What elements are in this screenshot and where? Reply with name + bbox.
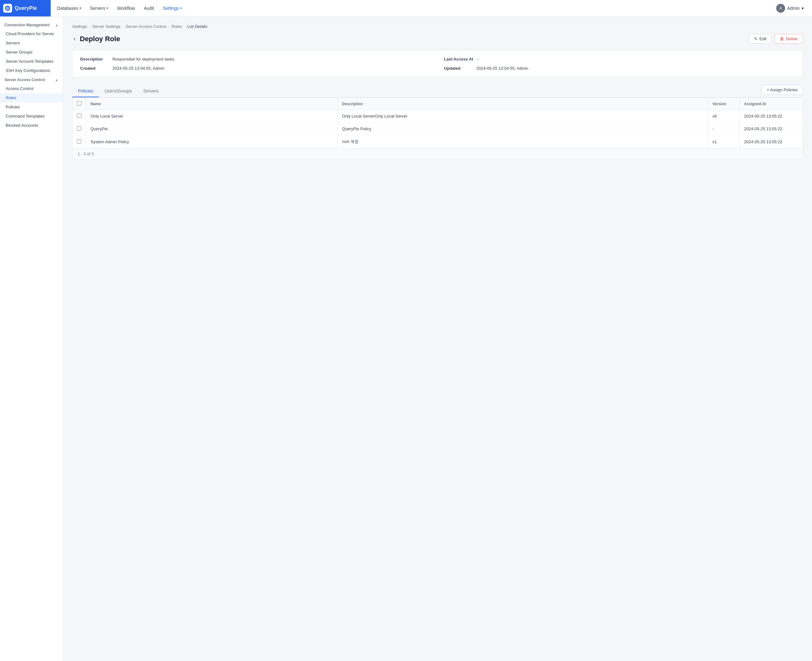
col-header-name: Name [86, 98, 338, 110]
row-version: - [708, 123, 739, 135]
description-row: Description Responsibel for deployment t… [80, 57, 431, 61]
col-header-version: Version [708, 98, 739, 110]
col-header-checkbox [73, 98, 86, 110]
tab-servers[interactable]: Servers [138, 85, 164, 97]
collapse-icon: ▲ [55, 23, 59, 27]
page-title: Deploy Role [80, 35, 120, 43]
breadcrumb-server-access-control[interactable]: Server Access Control [126, 24, 167, 29]
info-card: Description Responsibel for deployment t… [72, 50, 803, 77]
col-header-description: Description [338, 98, 708, 110]
back-button[interactable]: ‹ [72, 35, 76, 43]
layout: Connection Management ▲ Cloud Providers … [0, 16, 812, 661]
row-assigned-at: 2024-05-25 13:05:22 [739, 110, 803, 123]
col-header-assigned-at: Assigned At [739, 98, 803, 110]
logo[interactable]: QueryPie [0, 0, 51, 16]
collapse-icon: ▲ [55, 78, 59, 82]
nav-servers[interactable]: Servers ▾ [86, 4, 112, 13]
tab-users-groups[interactable]: Users/Groups [99, 85, 137, 97]
last-access-row: Last Access At - [444, 57, 795, 61]
row-checkbox-cell [73, 110, 86, 123]
row-checkbox[interactable] [77, 126, 81, 131]
row-checkbox-cell [73, 135, 86, 148]
sidebar-item-policies[interactable]: Policies [0, 102, 63, 112]
row-description: QueryPie Policy [338, 123, 708, 135]
row-checkbox[interactable] [77, 113, 81, 118]
sidebar-item-ssh-key-configurations[interactable]: SSH Key Configurations [0, 66, 63, 75]
nav-items: Databases ▾ Servers ▾ Workflow Audit Set… [53, 4, 773, 13]
row-checkbox-cell [73, 123, 86, 135]
chevron-down-icon: ▾ [180, 6, 182, 10]
trash-icon: 🗑 [780, 37, 784, 41]
sidebar-item-cloud-providers[interactable]: Cloud Providers for Server [0, 29, 63, 38]
breadcrumb-settings[interactable]: Settings [72, 24, 87, 29]
tabs-row: Policies Users/Groups Servers + Assign P… [72, 85, 803, 97]
pagination: 1 - 3 of 3 [73, 148, 803, 160]
logo-text: QueryPie [14, 5, 37, 11]
row-version: v1 [708, 135, 739, 148]
tabs: Policies Users/Groups Servers [72, 85, 164, 97]
row-version: v6 [708, 110, 739, 123]
svg-point-1 [7, 8, 8, 9]
header-actions: ✎ Edit 🗑 Delete [749, 34, 803, 44]
nav-audit[interactable]: Audit [140, 4, 158, 13]
tab-policies[interactable]: Policies [72, 85, 99, 97]
page-header: ‹ Deploy Role ✎ Edit 🗑 Delete [72, 34, 803, 44]
sidebar-item-blocked-accounts[interactable]: Blocked Accounts [0, 121, 63, 130]
nav-databases[interactable]: Databases ▾ [53, 4, 85, 13]
sidebar-item-servers[interactable]: Servers [0, 38, 63, 48]
chevron-down-icon: ▾ [107, 6, 108, 10]
sidebar: Connection Management ▲ Cloud Providers … [0, 16, 63, 661]
created-row: Created 2024-05-25 13:04:55, Admin [80, 66, 431, 71]
table: Name Description Version Assigned At [73, 98, 803, 148]
table-row: QueryPie QueryPie Policy - 2024-05-25 13… [73, 123, 803, 135]
policies-table: Name Description Version Assigned At [72, 97, 803, 160]
topnav-right: A Admin ▾ [773, 2, 807, 14]
nav-workflow[interactable]: Workflow [113, 4, 139, 13]
row-name: QueryPie [86, 123, 338, 135]
table-row: System Admin Policy root 계정 v1 2024-05-2… [73, 135, 803, 148]
assign-policies-button[interactable]: + Assign Policies [761, 85, 803, 95]
edit-button[interactable]: ✎ Edit [749, 34, 772, 44]
select-all-checkbox[interactable] [77, 101, 81, 105]
delete-button[interactable]: 🗑 Delete [774, 34, 803, 44]
admin-menu[interactable]: A Admin ▾ [773, 2, 807, 14]
connection-management-header[interactable]: Connection Management ▲ [0, 20, 63, 29]
sidebar-item-server-groups[interactable]: Server Groups [0, 48, 63, 57]
main-content: Settings › Server Settings › Server Acce… [63, 16, 812, 661]
breadcrumb-roles[interactable]: Roles [172, 24, 182, 29]
edit-icon: ✎ [754, 37, 758, 41]
server-access-control-header[interactable]: Server Access Control ▲ [0, 75, 63, 84]
sidebar-item-command-templates[interactable]: Command Templates [0, 112, 63, 121]
sidebar-item-roles[interactable]: Roles [0, 93, 63, 102]
logo-icon [3, 4, 12, 13]
breadcrumb: Settings › Server Settings › Server Acce… [72, 24, 803, 29]
avatar: A [776, 4, 785, 13]
breadcrumb-list-details: List Details [187, 24, 207, 29]
nav-settings[interactable]: Settings ▾ [159, 4, 186, 13]
row-assigned-at: 2024-05-25 13:05:22 [739, 135, 803, 148]
chevron-down-icon: ▾ [802, 6, 804, 11]
updated-row: Updated 2024-05-25 13:04:55, Admin [444, 66, 795, 71]
topnav: QueryPie Databases ▾ Servers ▾ Workflow … [0, 0, 812, 16]
row-name: Only Local Server [86, 110, 338, 123]
breadcrumb-server-settings[interactable]: Server Settings [92, 24, 120, 29]
row-checkbox[interactable] [77, 139, 81, 144]
sidebar-item-access-control[interactable]: Access Control [0, 84, 63, 93]
row-description: root 계정 [338, 135, 708, 148]
row-assigned-at: 2024-05-25 13:05:22 [739, 123, 803, 135]
row-name: System Admin Policy [86, 135, 338, 148]
chevron-down-icon: ▾ [80, 6, 81, 10]
table-row: Only Local Server Only Local ServerOnly … [73, 110, 803, 123]
sidebar-item-server-account-templates[interactable]: Server Account Templates [0, 57, 63, 66]
row-description: Only Local ServerOnly Local Server [338, 110, 708, 123]
